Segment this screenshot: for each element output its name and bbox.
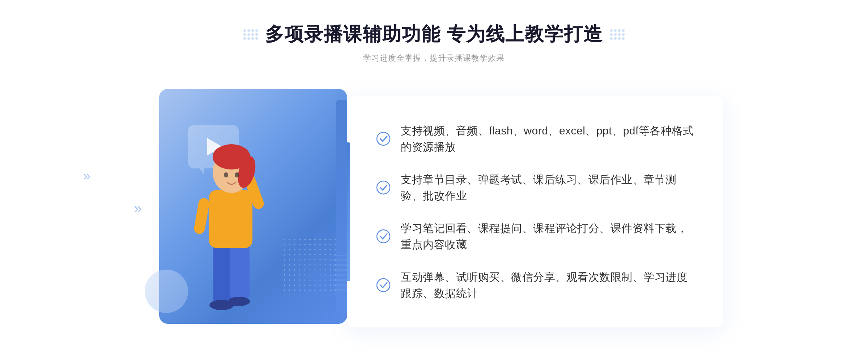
deco-circle-bottom-left — [145, 270, 188, 313]
feature-text-1: 支持视频、音频、flash、word、excel、ppt、pdf等各种格式的资源… — [401, 123, 694, 155]
check-icon-1 — [376, 132, 391, 146]
check-icon-4 — [376, 278, 391, 292]
svg-rect-6 — [193, 197, 210, 235]
check-icon-2 — [376, 180, 391, 195]
title-deco-right — [610, 29, 625, 40]
illustration-section: » — [145, 82, 354, 335]
features-panel: 支持视频、音频、flash、word、excel、ppt、pdf等各种格式的资源… — [347, 96, 723, 327]
header-section: 多项录播课辅助功能 专为线上教学打造 学习进度全掌握，提升录播课教学效果 — [243, 22, 625, 64]
title-deco-left — [243, 29, 258, 40]
feature-text-2: 支持章节目录、弹题考试、课后练习、课后作业、章节测验、批改作业 — [401, 171, 694, 204]
deco-left-arrows: » — [134, 200, 142, 216]
svg-point-10 — [224, 172, 228, 177]
page-container: » 多项录播课辅助功能 专为线上教学打造 学习进度全掌握，提升录播课教学效果 — [0, 0, 868, 352]
content-area: » 支持视频、音频、flash、word、excel、ppt、pdf等各种格式的… — [145, 82, 723, 342]
svg-point-14 — [377, 230, 390, 243]
feature-text-4: 互动弹幕、试听购买、微信分享、观看次数限制、学习进度跟踪、数据统计 — [401, 269, 694, 301]
svg-point-11 — [235, 172, 239, 177]
svg-rect-4 — [209, 190, 252, 248]
svg-point-12 — [377, 132, 390, 145]
panel-left-accent — [347, 142, 350, 281]
feature-item-1: 支持视频、音频、flash、word、excel、ppt、pdf等各种格式的资源… — [376, 120, 694, 158]
svg-rect-1 — [230, 241, 250, 299]
svg-point-15 — [377, 279, 390, 292]
title-row: 多项录播课辅助功能 专为线上教学打造 — [243, 22, 625, 47]
main-title: 多项录播课辅助功能 专为线上教学打造 — [265, 22, 603, 47]
feature-item-3: 学习笔记回看、课程提问、课程评论打分、课件资料下载，重点内容收藏 — [376, 217, 694, 256]
sub-title: 学习进度全掌握，提升录播课教学效果 — [243, 53, 625, 64]
feature-text-3: 学习笔记回看、课程提问、课程评论打分、课件资料下载，重点内容收藏 — [401, 220, 694, 253]
person-figure — [166, 125, 297, 335]
feature-item-4: 互动弹幕、试听购买、微信分享、观看次数限制、学习进度跟踪、数据统计 — [376, 266, 694, 304]
feature-item-2: 支持章节目录、弹题考试、课后练习、课后作业、章节测验、批改作业 — [376, 168, 694, 207]
svg-point-13 — [377, 181, 390, 194]
check-icon-3 — [376, 229, 391, 244]
svg-point-3 — [228, 297, 250, 306]
page-deco-arrows-left: » — [83, 168, 90, 184]
